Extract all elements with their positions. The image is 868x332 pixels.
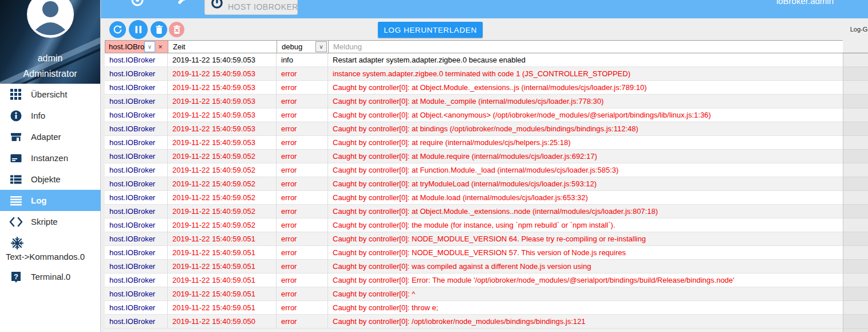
- pause-button[interactable]: [129, 20, 148, 39]
- scrollbar-gutter: [843, 108, 868, 122]
- host-tab[interactable]: HOST IOBROKER: [204, 0, 298, 15]
- log-message-cell: Caught by controller[0]: was compiled ag…: [328, 260, 843, 274]
- log-row[interactable]: host.IOBroker2019-11-22 15:40:59.053erro…: [105, 122, 868, 136]
- sidebar-item-label: Skripte: [31, 217, 58, 226]
- chevron-down-icon[interactable]: ∨: [315, 41, 327, 52]
- log-row[interactable]: host.IOBroker2019-11-22 15:40:59.052erro…: [105, 163, 868, 177]
- host-filter-select[interactable]: host.IOBroker ∨ ×: [105, 40, 168, 53]
- scrollbar-gutter: [843, 163, 868, 177]
- sidebar-item-objekte[interactable]: Objekte: [0, 169, 101, 190]
- log-row[interactable]: host.IOBroker2019-11-22 15:40:59.051erro…: [105, 246, 868, 260]
- log-severity-cell: error: [277, 95, 328, 108]
- log-severity-cell: error: [277, 122, 328, 136]
- grid-icon: [9, 88, 23, 101]
- log-row[interactable]: host.IOBroker2019-11-22 15:40:59.051erro…: [105, 301, 868, 315]
- scrollbar-gutter: [843, 232, 868, 246]
- sidebar-item-label: Log: [31, 196, 47, 205]
- log-row[interactable]: host.IOBroker2019-11-22 15:40:59.053erro…: [105, 136, 868, 150]
- sidebar-item-log[interactable]: Log: [0, 190, 101, 211]
- refresh-button[interactable]: [109, 21, 126, 38]
- log-message-cell: Caught by controller[0]: at Object.Modul…: [328, 205, 843, 218]
- sidebar-item--bersicht[interactable]: Übersicht: [0, 84, 101, 105]
- sidebar-item-terminal-0[interactable]: ?Terminal.0: [0, 266, 101, 287]
- log-row[interactable]: host.IOBroker2019-11-22 15:40:59.052erro…: [105, 205, 868, 218]
- log-row[interactable]: host.IOBroker2019-11-22 15:40:59.053erro…: [105, 95, 868, 108]
- log-message-cell: Caught by controller[0]: at Module.requi…: [328, 150, 843, 163]
- log-severity-cell: error: [277, 150, 328, 163]
- log-message-cell: Caught by controller[0]: /opt/iobroker/n…: [328, 315, 843, 329]
- log-time-cell: 2019-11-22 15:40:59.053: [168, 136, 277, 150]
- download-log-button[interactable]: LOG HERUNTERLADEN: [378, 22, 483, 38]
- log-host-cell: host.IOBroker: [105, 108, 168, 122]
- clear-filter-icon[interactable]: ×: [155, 42, 165, 51]
- log-row[interactable]: host.IOBroker2019-11-22 15:40:59.053info…: [105, 53, 868, 67]
- log-message-cell: Caught by controller[0]: at bindings (/o…: [328, 122, 843, 136]
- log-row[interactable]: host.IOBroker2019-11-22 15:40:59.050erro…: [105, 315, 868, 329]
- log-time-cell: 2019-11-22 15:40:59.051: [168, 246, 277, 260]
- log-severity-cell: error: [277, 205, 328, 218]
- log-time-cell: 2019-11-22 15:40:59.051: [168, 287, 277, 301]
- log-host-cell: host.IOBroker: [105, 136, 168, 150]
- log-severity-cell: error: [277, 108, 328, 122]
- log-time-cell: 2019-11-22 15:40:59.051: [168, 301, 277, 315]
- log-row[interactable]: host.IOBroker2019-11-22 15:40:59.051erro…: [105, 287, 868, 301]
- log-filter-row: host.IOBroker ∨ × Zeit debug ∨ Meldung: [105, 40, 868, 53]
- log-severity-cell: info: [277, 53, 328, 67]
- sidebar-item-skripte[interactable]: Skripte: [0, 211, 101, 232]
- log-time-cell: 2019-11-22 15:40:59.051: [168, 274, 277, 287]
- log-host-cell: host.IOBroker: [105, 177, 168, 191]
- scrollbar-gutter: [843, 136, 868, 150]
- log-row[interactable]: host.IOBroker2019-11-22 15:40:59.051erro…: [105, 260, 868, 274]
- log-message-cell: Restart adapter system.adapter.zigbee.0 …: [328, 53, 843, 67]
- sidebar-item-adapter[interactable]: Adapter: [0, 126, 101, 147]
- log-row[interactable]: host.IOBroker2019-11-22 15:40:59.051erro…: [105, 274, 868, 287]
- log-host-cell: host.IOBroker: [105, 301, 168, 315]
- log-host-cell: host.IOBroker: [105, 315, 168, 329]
- log-time-cell: 2019-11-22 15:40:59.052: [168, 150, 277, 163]
- sidebar-item-info[interactable]: Info: [0, 105, 101, 126]
- log-host-cell: host.IOBroker: [105, 81, 168, 95]
- log-row-partial: [105, 329, 868, 332]
- code-icon: [9, 216, 23, 228]
- column-header-zeit[interactable]: Zeit: [168, 40, 277, 53]
- scrollbar-gutter: [843, 67, 868, 81]
- log-time-cell: 2019-11-22 15:40:59.053: [168, 53, 277, 67]
- log-time-cell: 2019-11-22 15:40:59.051: [168, 260, 277, 274]
- log-host-cell: host.IOBroker: [105, 67, 168, 81]
- log-message-cell: Caught by controller[0]: at tryModuleLoa…: [328, 177, 843, 191]
- severity-filter-select[interactable]: debug ∨: [277, 40, 328, 53]
- log-row[interactable]: host.IOBroker2019-11-22 15:40:59.052erro…: [105, 150, 868, 163]
- log-row[interactable]: host.IOBroker2019-11-22 15:40:59.052erro…: [105, 218, 868, 232]
- scrollbar-gutter: [843, 274, 868, 287]
- log-row[interactable]: host.IOBroker2019-11-22 15:40:59.052erro…: [105, 177, 868, 191]
- avatar[interactable]: [26, 0, 75, 41]
- chevron-down-icon[interactable]: ∨: [144, 41, 155, 52]
- clear-log-on-disk-button[interactable]: [169, 22, 184, 37]
- wrench-icon[interactable]: [174, 0, 189, 10]
- log-severity-cell: error: [277, 81, 328, 95]
- log-row[interactable]: host.IOBroker2019-11-22 15:40:59.053erro…: [105, 81, 868, 95]
- iobroker-logo: [211, 0, 223, 11]
- log-row[interactable]: host.IOBroker2019-11-22 15:40:59.051erro…: [105, 232, 868, 246]
- log-time-cell: 2019-11-22 15:40:59.053: [168, 95, 277, 108]
- log-severity-cell: error: [277, 218, 328, 232]
- log-message-cell: Caught by controller[0]: at Function.Mod…: [328, 163, 843, 177]
- scrollbar-gutter: [843, 53, 868, 67]
- connection-icon[interactable]: [131, 0, 144, 9]
- sidebar-item-label: Info: [31, 111, 45, 120]
- log-host-cell: host.IOBroker: [105, 274, 168, 287]
- sidebar-item-instanzen[interactable]: Instanzen: [0, 147, 101, 169]
- log-severity-cell: error: [277, 260, 328, 274]
- sidebar-item-label: Instanzen: [31, 153, 68, 163]
- log-table: host.IOBroker ∨ × Zeit debug ∨ Meldung h…: [105, 40, 868, 332]
- scrollbar-gutter: [843, 315, 868, 329]
- log-row[interactable]: host.IOBroker2019-11-22 15:40:59.052erro…: [105, 191, 868, 205]
- clear-log-button[interactable]: [151, 21, 167, 38]
- log-row[interactable]: host.IOBroker2019-11-22 15:40:59.053erro…: [105, 67, 868, 81]
- log-host-cell: host.IOBroker: [105, 205, 168, 218]
- log-row[interactable]: host.IOBroker2019-11-22 15:40:59.053erro…: [105, 108, 868, 122]
- log-host-cell: host.IOBroker: [105, 260, 168, 274]
- sidebar-item-text-kommandos-0[interactable]: Text->Kommandos.0: [0, 232, 101, 266]
- message-filter-input[interactable]: Meldung: [328, 40, 843, 53]
- log-severity-cell: error: [277, 163, 328, 177]
